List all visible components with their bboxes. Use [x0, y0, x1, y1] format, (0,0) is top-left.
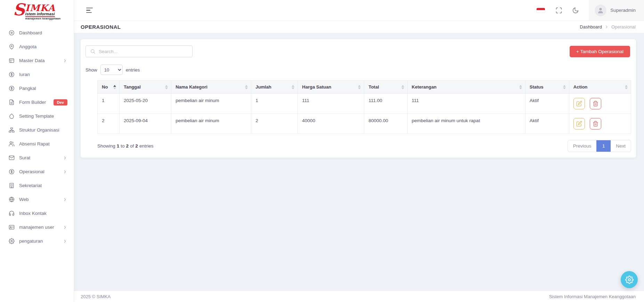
breadcrumb-dashboard-link[interactable]: Dashboard — [580, 24, 602, 30]
edit-button[interactable] — [573, 98, 585, 109]
language-flag-icon[interactable] — [537, 8, 545, 12]
chevron-right-icon — [63, 239, 67, 244]
search-input[interactable] — [99, 49, 188, 54]
add-operasional-button[interactable]: + Tambah Operasional — [570, 46, 630, 57]
operasional-table: No Tanggal Nama Kategori Jumlah Harga Sa… — [97, 80, 631, 134]
chevron-right-icon — [63, 156, 67, 160]
sidebar-item-web[interactable]: Web — [0, 193, 74, 207]
file-text-icon — [9, 99, 15, 105]
sidebar-item-label: Anggota — [19, 44, 67, 49]
col-header-tanggal[interactable]: Tanggal — [120, 81, 171, 94]
menu-toggle-button[interactable] — [85, 6, 94, 14]
sidebar-item-manajemen-user[interactable]: manajemen user — [0, 220, 74, 234]
pagination-next[interactable]: Next — [611, 140, 631, 152]
brand-logo[interactable]: S IMKA istem informasi manajemen keanggo… — [0, 0, 74, 22]
cell-total: 111.00 — [364, 94, 407, 114]
dev-badge: Dev — [54, 99, 67, 106]
col-header-no[interactable]: No — [98, 81, 120, 94]
delete-button[interactable] — [590, 98, 601, 109]
dark-mode-moon-icon[interactable] — [572, 7, 579, 14]
building-icon — [9, 183, 15, 188]
brand-tagline-1: istem informasi — [25, 12, 55, 17]
edit-button[interactable] — [573, 118, 585, 129]
cell-harga: 40000 — [298, 114, 364, 134]
sidebar-item-inbox-kontak[interactable]: Inbox Kontak — [0, 207, 74, 220]
sidebar-item-setting-template[interactable]: Setting Template — [0, 109, 74, 123]
page-length-control: Show 10 entries — [85, 65, 631, 75]
cell-action — [569, 114, 631, 134]
col-header-jumlah[interactable]: Jumlah — [251, 81, 298, 94]
content-area: + Tambah Operasional Show 10 entries — [74, 33, 644, 291]
sidebar-item-label: Operasional — [19, 169, 58, 174]
col-header-total[interactable]: Total — [364, 81, 407, 94]
pagination-page-1[interactable]: 1 — [596, 140, 611, 152]
users-icon — [9, 141, 15, 147]
col-header-action[interactable]: Action — [569, 81, 631, 94]
table-row: 2 2025-09-04 pembelian air minum 2 40000… — [98, 114, 631, 134]
sidebar-item-label: Struktur Organisasi — [19, 127, 67, 133]
username: Superadmin — [610, 8, 636, 13]
sidebar-item-dashboard[interactable]: Dashboard — [0, 26, 74, 40]
sidebar-item-label: Surat — [19, 155, 58, 160]
fullscreen-icon[interactable] — [555, 7, 562, 14]
cell-no: 2 — [98, 114, 120, 134]
chevron-right-icon — [63, 58, 67, 63]
settings-float-button[interactable] — [621, 271, 638, 288]
brand-tagline-2: manajemen keanggotaan — [25, 17, 61, 20]
sidebar-item-label: Pangkal — [19, 86, 67, 91]
pagination: Previous 1 Next — [568, 140, 631, 152]
col-header-harga-satuan[interactable]: Harga Satuan — [298, 81, 364, 94]
sidebar-item-operasional[interactable]: Operasional — [0, 165, 74, 179]
title-bar: OPERASIONAL Dashboard Operasional — [74, 21, 644, 33]
entries-label: entries — [126, 67, 140, 73]
col-header-keterangan[interactable]: Keterangan — [407, 81, 525, 94]
cell-tanggal: 2025-05-20 — [120, 94, 171, 114]
sidebar-menu: Dashboard Anggota Master Data Iuran Pang… — [0, 22, 74, 248]
main-panel: Superadmin OPERASIONAL Dashboard Operasi… — [74, 0, 644, 302]
cell-tanggal: 2025-09-04 — [120, 114, 171, 134]
trash-icon — [593, 101, 598, 107]
cell-jumlah: 2 — [251, 114, 298, 134]
delete-button[interactable] — [590, 118, 601, 129]
user-menu[interactable]: Superadmin — [589, 0, 644, 20]
avatar — [595, 5, 606, 16]
sidebar-item-sekretariat[interactable]: Sekretariat — [0, 179, 74, 193]
cell-keterangan: pembelian air minum untuk rapat — [407, 114, 525, 134]
sidebar-item-form-builder[interactable]: Form Builder Dev — [0, 95, 74, 109]
pagination-previous[interactable]: Previous — [568, 140, 597, 152]
page-length-select[interactable]: 10 — [100, 65, 123, 75]
gear-icon — [625, 276, 634, 284]
cell-jumlah: 1 — [251, 94, 298, 114]
cell-total: 80000.00 — [364, 114, 407, 134]
cell-no: 1 — [98, 94, 120, 114]
sort-icon — [245, 85, 248, 89]
sort-icon — [292, 85, 294, 89]
sidebar-item-label: pengaturan — [19, 238, 58, 244]
sort-icon — [625, 85, 628, 89]
sidebar-item-pangkal[interactable]: Pangkal — [0, 82, 74, 95]
mail-icon — [9, 155, 15, 161]
trash-icon — [593, 121, 598, 127]
sidebar-item-iuran[interactable]: Iuran — [0, 68, 74, 82]
map-pin-icon — [9, 44, 15, 50]
cell-action — [569, 94, 631, 114]
cell-status: Aktif — [525, 114, 569, 134]
col-header-status[interactable]: Status — [525, 81, 569, 94]
org-chart-icon — [9, 127, 15, 133]
sidebar-item-struktur-organisasi[interactable]: Struktur Organisasi — [0, 123, 74, 137]
sort-icon — [563, 85, 566, 89]
sort-icon — [113, 85, 116, 89]
person-icon — [597, 7, 604, 14]
edit-pencil-icon — [576, 101, 582, 107]
sidebar-item-absensi-rapat[interactable]: Absensi Rapat — [0, 137, 74, 151]
cell-keterangan: 111 — [407, 94, 525, 114]
sidebar-item-surat[interactable]: Surat — [0, 151, 74, 165]
sort-icon — [165, 85, 168, 89]
cell-kategori: pembelian air minum — [171, 114, 251, 134]
sidebar: S IMKA istem informasi manajemen keanggo… — [0, 0, 74, 302]
sidebar-item-master-data[interactable]: Master Data — [0, 54, 74, 68]
sidebar-item-pengaturan[interactable]: pengaturan — [0, 234, 74, 248]
sidebar-item-anggota[interactable]: Anggota — [0, 40, 74, 54]
chevron-right-icon — [604, 25, 609, 29]
col-header-nama-kategori[interactable]: Nama Kategori — [171, 81, 251, 94]
